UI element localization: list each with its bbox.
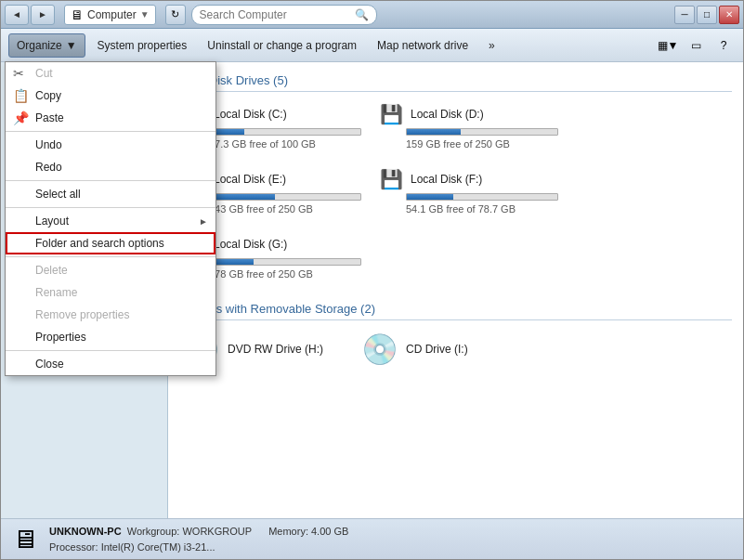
menu-item-remove-properties[interactable]: Remove properties	[6, 304, 215, 326]
disk-e-info: 143 GB free of 250 GB	[209, 203, 361, 215]
menu-item-undo[interactable]: Undo	[6, 134, 215, 156]
rename-label: Rename	[35, 286, 77, 299]
disk-d-row: 💾 Local Disk (D:)	[380, 103, 558, 125]
status-memory-label: Memory:	[268, 526, 308, 537]
disk-item-f[interactable]: 💾 Local Disk (F:) 54.1 GB free of 78.7 G…	[376, 164, 562, 218]
cd-removable-label: CD Drive (I:)	[406, 343, 468, 356]
disk-g-info: 178 GB free of 250 GB	[209, 268, 361, 280]
address-text: Computer	[87, 8, 137, 21]
maximize-button[interactable]: □	[697, 6, 717, 24]
toolbar-right: ▦ ▼ ▭ ?	[656, 35, 736, 56]
disk-d-info: 159 GB free of 250 GB	[406, 138, 558, 150]
organize-arrow: ▼	[66, 39, 77, 52]
disk-f-label: Local Disk (F:)	[411, 173, 482, 186]
help-button[interactable]: ?	[711, 35, 736, 56]
disk-e-bar	[210, 194, 275, 200]
menu-sep-5	[6, 350, 215, 351]
copy-label: Copy	[35, 89, 61, 102]
address-dropdown-arrow[interactable]: ▼	[140, 9, 150, 20]
disk-e-bar-container	[209, 193, 361, 201]
disk-grid: 💾 Local Disk (C:) 77.3 GB free of 100 GB…	[179, 99, 732, 283]
organize-button[interactable]: Organize ▼	[8, 33, 85, 58]
menu-item-delete[interactable]: Delete	[6, 259, 215, 281]
status-bar: 🖥 UNKNOWN-PC Workgroup: WORKGROUP Memory…	[1, 518, 743, 559]
main-window: ◄ ► 🖥 Computer ▼ ↻ 🔍 ─ □ ✕ Organize ▼ S	[0, 0, 744, 560]
content-area: Hard Disk Drives (5) 💾 Local Disk (C:) 7…	[168, 62, 743, 518]
menu-item-rename[interactable]: Rename	[6, 281, 215, 304]
disk-f-bar-container	[406, 193, 558, 201]
disk-d-bar-container	[406, 128, 558, 136]
status-info: UNKNOWN-PC Workgroup: WORKGROUP Memory: …	[49, 524, 348, 554]
removable-grid: 💿 DVD RW Drive (H:) 💿 CD Drive (I:)	[179, 328, 732, 371]
disk-item-d[interactable]: 💾 Local Disk (D:) 159 GB free of 250 GB	[376, 99, 562, 153]
disk-f-icon: 💾	[380, 168, 403, 190]
menu-item-properties[interactable]: Properties	[6, 326, 215, 348]
menu-sep-1	[6, 131, 215, 132]
status-memory-value: 4.00 GB	[311, 526, 348, 537]
map-drive-button[interactable]: Map network drive	[369, 33, 476, 58]
preview-pane-button[interactable]: ▭	[684, 35, 708, 56]
close-button[interactable]: ✕	[719, 6, 739, 24]
delete-label: Delete	[35, 264, 68, 277]
disk-f-info: 54.1 GB free of 78.7 GB	[406, 203, 558, 215]
uninstall-button[interactable]: Uninstall or change a program	[199, 33, 365, 58]
redo-label: Redo	[35, 161, 62, 174]
disk-g-bar	[210, 259, 254, 265]
disk-g-bar-container	[209, 258, 361, 266]
forward-button[interactable]: ►	[31, 5, 55, 25]
system-properties-button[interactable]: System properties	[89, 33, 196, 58]
back-button[interactable]: ◄	[5, 5, 29, 25]
view-arrow: ▼	[668, 39, 679, 52]
paste-label: Paste	[35, 111, 64, 124]
status-workgroup-label: Workgroup:	[127, 526, 180, 537]
organize-label: Organize	[17, 39, 62, 52]
menu-item-redo[interactable]: Redo	[6, 156, 215, 178]
layout-arrow: ►	[199, 216, 208, 227]
refresh-button[interactable]: ↻	[165, 5, 186, 25]
removable-item-cd[interactable]: 💿 CD Drive (I:)	[358, 328, 525, 371]
menu-item-select-all[interactable]: Select all	[6, 183, 215, 205]
disk-c-bar-container	[209, 128, 361, 136]
remove-properties-label: Remove properties	[35, 308, 129, 321]
view-icon: ▦	[658, 39, 668, 52]
search-icon[interactable]: 🔍	[355, 8, 369, 21]
disk-f-row: 💾 Local Disk (F:)	[380, 168, 558, 190]
search-bar[interactable]: 🔍	[191, 5, 377, 25]
view-dropdown-button[interactable]: ▦ ▼	[656, 35, 680, 56]
disk-d-icon: 💾	[380, 103, 403, 125]
address-bar[interactable]: 🖥 Computer ▼	[64, 5, 156, 25]
minimize-button[interactable]: ─	[674, 6, 695, 24]
menu-item-close[interactable]: Close	[6, 353, 215, 375]
status-processor-label: Processor:	[49, 541, 98, 553]
disk-e-label: Local Disk (E:)	[214, 173, 286, 186]
help-icon: ?	[721, 39, 727, 52]
menu-item-copy[interactable]: 📋 Copy	[6, 85, 215, 107]
menu-sep-3	[6, 207, 215, 208]
menu-item-layout[interactable]: Layout ►	[6, 210, 215, 232]
menu-item-paste[interactable]: 📌 Paste	[6, 107, 215, 129]
more-button[interactable]: »	[480, 33, 503, 58]
nav-buttons: ◄ ►	[5, 5, 55, 25]
status-computer-name: UNKNOWN-PC	[49, 526, 122, 537]
close-label: Close	[35, 358, 64, 371]
paste-icon: 📌	[13, 111, 29, 125]
status-workgroup-value: WORKGROUP	[182, 526, 251, 537]
preview-pane-icon: ▭	[691, 39, 701, 52]
computer-icon: 🖥	[71, 7, 84, 22]
disk-d-label: Local Disk (D:)	[411, 108, 484, 121]
hard-disks-title: Hard Disk Drives (5)	[179, 73, 732, 92]
menu-item-cut[interactable]: ✂ Cut	[6, 62, 215, 85]
cd-removable-icon: 💿	[361, 332, 398, 367]
disk-f-bar	[407, 194, 453, 200]
window-controls: ─ □ ✕	[674, 6, 739, 24]
cut-label: Cut	[35, 67, 53, 80]
menu-item-folder-options[interactable]: Folder and search options	[6, 232, 215, 254]
menu-sep-2	[6, 180, 215, 181]
search-input[interactable]	[200, 8, 351, 21]
disk-c-label: Local Disk (C:)	[214, 108, 287, 121]
disk-d-bar	[407, 129, 461, 135]
menu-sep-4	[6, 256, 215, 257]
undo-label: Undo	[35, 138, 62, 151]
folder-options-label: Folder and search options	[35, 237, 164, 250]
layout-label: Layout	[35, 215, 69, 228]
